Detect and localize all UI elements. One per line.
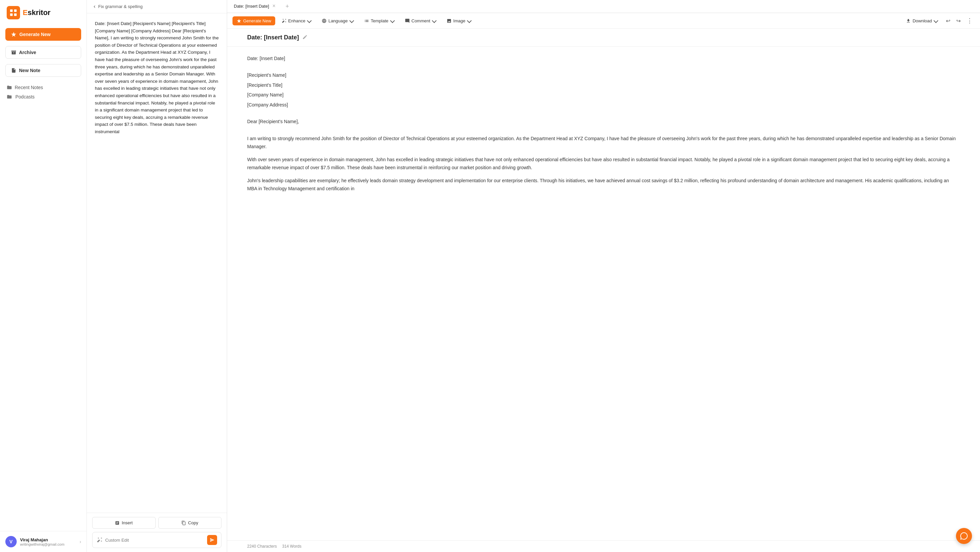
toolbar-language-label: Language xyxy=(328,18,348,23)
logo: Eskritor xyxy=(0,0,86,25)
toolbar-sparkle-icon xyxy=(237,18,242,23)
preview-topbar: Fix grammar & spelling xyxy=(87,0,227,13)
action-buttons-row: Insert Copy xyxy=(92,517,221,529)
podcasts-label: Podcasts xyxy=(15,94,35,100)
download-icon xyxy=(906,18,911,23)
toolbar-language-button[interactable]: Language xyxy=(317,16,358,26)
avatar: V xyxy=(5,536,17,547)
tab-add-button[interactable]: + xyxy=(283,3,292,10)
insert-icon xyxy=(115,520,119,525)
edit-title-icon xyxy=(302,34,308,40)
insert-button[interactable]: Insert xyxy=(92,517,156,529)
podcasts-folder-icon xyxy=(7,94,12,100)
svg-rect-2 xyxy=(10,13,13,16)
editor-paragraph-3: John's leadership capabilities are exemp… xyxy=(247,176,960,193)
new-note-button[interactable]: New Note xyxy=(5,64,81,77)
custom-edit-send-button[interactable] xyxy=(207,535,217,545)
language-chevron xyxy=(349,18,354,23)
new-note-icon xyxy=(11,68,16,73)
toolbar-enhance-button[interactable]: Enhance xyxy=(277,16,315,26)
image-icon xyxy=(447,18,452,23)
editor-tab-active[interactable]: Date: [Insert Date] × xyxy=(227,0,283,13)
tab-close-button[interactable]: × xyxy=(272,3,276,9)
editor-line-salutation: Dear [Recipient's Name], xyxy=(247,118,960,126)
chat-support-button[interactable] xyxy=(956,528,972,544)
archive-label: Archive xyxy=(19,50,36,55)
editor-toolbar: Generate New Enhance Language Template C… xyxy=(227,13,980,29)
toolbar-download-button[interactable]: Download xyxy=(902,16,942,26)
copy-button[interactable]: Copy xyxy=(158,517,222,529)
comment-chevron xyxy=(432,18,437,23)
undo-button[interactable]: ↩ xyxy=(944,16,952,25)
user-menu-arrow: › xyxy=(80,539,81,544)
back-button[interactable]: Fix grammar & spelling xyxy=(92,4,143,9)
custom-edit-input[interactable] xyxy=(105,538,204,542)
editor-empty-line-2 xyxy=(247,111,960,116)
toolbar-comment-label: Comment xyxy=(412,18,430,23)
magic-wand-icon xyxy=(97,537,103,543)
user-name: Viraj Mahajan xyxy=(20,537,76,542)
preview-actions: Insert Copy xyxy=(87,512,227,552)
template-icon xyxy=(364,18,369,23)
enhance-icon xyxy=(282,18,286,23)
preview-content-area: Date: [Insert Date] [Recipient's Name] [… xyxy=(87,13,227,512)
folder-icon xyxy=(7,85,12,90)
archive-icon xyxy=(11,50,16,55)
new-note-label: New Note xyxy=(19,68,40,73)
editor-empty-line xyxy=(247,65,960,70)
redo-button[interactable]: ↪ xyxy=(954,16,963,25)
recent-notes-label: Recent Notes xyxy=(7,85,80,90)
more-options-button[interactable]: ⋮ xyxy=(965,16,975,26)
sidebar: Eskritor Generate New Archive New Note R… xyxy=(0,0,87,552)
generate-new-button[interactable]: Generate New xyxy=(5,28,81,41)
document-title-area: Date: [Insert Date] xyxy=(227,29,980,47)
editor-paragraph-2: With over seven years of experience in d… xyxy=(247,155,960,172)
insert-label: Insert xyxy=(122,520,133,525)
editor-line-company-address: [Company Address] xyxy=(247,101,960,109)
editor-paragraph-1: I am writing to strongly recommend John … xyxy=(247,135,960,151)
svg-rect-0 xyxy=(10,10,13,12)
user-profile[interactable]: V Viraj Mahajan writingwithviraj@gmail.c… xyxy=(0,531,86,552)
editor-body[interactable]: Date: [Insert Date] [Recipient's Name] [… xyxy=(227,47,980,540)
toolbar-image-label: Image xyxy=(453,18,465,23)
recent-notes-section: Recent Notes xyxy=(0,79,86,92)
copy-label: Copy xyxy=(188,520,198,525)
logo-text: Eskritor xyxy=(23,8,51,17)
sparkle-icon xyxy=(11,32,17,37)
language-icon xyxy=(321,18,327,23)
toolbar-template-button[interactable]: Template xyxy=(360,16,398,26)
editor-line-company-name: [Company Name] xyxy=(247,91,960,99)
editor-empty-line-3 xyxy=(247,128,960,133)
user-email: writingwithviraj@gmail.com xyxy=(20,542,76,546)
copy-icon xyxy=(181,520,186,525)
generate-label: Generate New xyxy=(19,32,51,37)
image-chevron xyxy=(467,18,472,23)
word-count: 314 Words xyxy=(282,544,302,549)
svg-rect-1 xyxy=(14,10,17,12)
enhance-chevron xyxy=(307,18,312,23)
comment-icon xyxy=(405,18,410,23)
template-chevron xyxy=(390,18,395,23)
toolbar-generate-label: Generate New xyxy=(243,18,271,23)
edit-title-button[interactable] xyxy=(302,34,308,41)
sidebar-item-podcasts[interactable]: Podcasts xyxy=(0,92,86,102)
tab-title: Date: [Insert Date] xyxy=(234,4,269,9)
back-label: Fix grammar & spelling xyxy=(98,4,143,9)
logo-svg xyxy=(9,8,18,17)
preview-panel: Fix grammar & spelling Date: [Insert Dat… xyxy=(87,0,227,552)
custom-edit-row xyxy=(92,532,221,548)
toolbar-template-label: Template xyxy=(371,18,388,23)
download-chevron xyxy=(934,18,938,23)
editor-line-recipient-title: [Recipient's Title] xyxy=(247,81,960,89)
toolbar-comment-button[interactable]: Comment xyxy=(401,16,440,26)
editor-tabs: Date: [Insert Date] × + xyxy=(227,0,980,13)
send-icon xyxy=(210,538,215,542)
archive-button[interactable]: Archive xyxy=(5,46,81,59)
preview-text: Date: [Insert Date] [Recipient's Name] [… xyxy=(95,21,220,134)
toolbar-image-button[interactable]: Image xyxy=(442,16,475,26)
toolbar-generate-button[interactable]: Generate New xyxy=(232,16,275,25)
editor-line-recipient-name: [Recipient's Name] xyxy=(247,71,960,79)
editor-footer: 2240 Characters 314 Words xyxy=(227,540,980,552)
logo-icon xyxy=(7,6,20,19)
document-title: Date: [Insert Date] xyxy=(247,34,299,41)
